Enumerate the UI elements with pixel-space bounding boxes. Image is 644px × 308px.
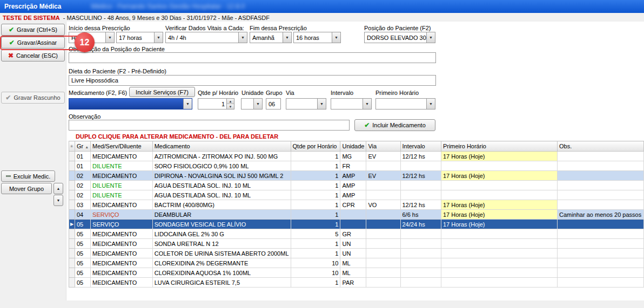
cell-qty[interactable]: 10 xyxy=(291,258,340,268)
move-up-button[interactable]: ▲ xyxy=(53,183,63,194)
column-header-qty[interactable]: Qtde por Horário xyxy=(291,141,340,152)
cell-unit[interactable] xyxy=(340,210,366,220)
cell-qty[interactable]: 1 xyxy=(291,190,340,200)
cell-via[interactable]: EV xyxy=(366,152,400,161)
cell-via[interactable] xyxy=(366,220,400,229)
save-draft-button[interactable]: ✔ Gravar Rascunho xyxy=(1,92,65,104)
cell-type[interactable]: DILUENTE xyxy=(91,181,153,190)
cell-unit[interactable]: FR xyxy=(340,161,366,171)
stepper-up-icon[interactable]: ▲ xyxy=(227,99,234,104)
include-medication-button[interactable]: ✔ Incluir Medicamento xyxy=(354,119,435,131)
cell-group[interactable]: 03 xyxy=(75,200,90,210)
table-row[interactable]: 05MEDICAMENTOCLOREXIDINA AQUOSA 1% 100ML… xyxy=(69,268,644,278)
cell-medication[interactable]: CLOREXIDINA 2% DEGERMANTE xyxy=(152,258,291,268)
cell-medication[interactable]: DIPIRONA - NOVALGINA SOL INJ 500 MG/ML 2 xyxy=(152,171,291,181)
cell-group[interactable]: 05 xyxy=(75,239,90,249)
chevron-down-icon[interactable]: ▼ xyxy=(426,32,435,43)
table-row[interactable]: 01MEDICAMENTOAZITROMICINA - ZITROMAX PO … xyxy=(69,152,644,161)
stepper-down-icon[interactable]: ▼ xyxy=(227,104,234,109)
cell-obs[interactable] xyxy=(557,161,643,171)
cell-unit[interactable]: ML xyxy=(340,258,366,268)
cell-unit[interactable] xyxy=(340,220,366,229)
cell-qty[interactable]: 1 xyxy=(291,161,340,171)
cell-first-time[interactable] xyxy=(441,258,557,268)
cell-interval[interactable] xyxy=(400,278,441,288)
group-input[interactable]: 06 xyxy=(266,98,281,109)
table-row[interactable]: 05MEDICAMENTOCLOREXIDINA 2% DEGERMANTE10… xyxy=(69,258,644,268)
chevron-down-icon[interactable]: ▼ xyxy=(238,32,247,43)
cell-type[interactable]: MEDICAMENTO xyxy=(91,171,153,181)
cell-interval[interactable]: 12/12 hs xyxy=(400,152,441,161)
cell-via[interactable] xyxy=(366,249,400,258)
cell-interval[interactable]: 12/12 hs xyxy=(400,200,441,210)
cell-type[interactable]: MEDICAMENTO xyxy=(91,229,153,239)
cell-group[interactable]: 02 xyxy=(75,190,90,200)
end-day-select[interactable]: Amanhã ▼ xyxy=(250,32,292,43)
cell-medication[interactable]: CLOREXIDINA AQUOSA 1% 100ML xyxy=(152,268,291,278)
chevron-down-icon[interactable]: ▼ xyxy=(317,99,326,109)
cell-type[interactable]: SERVIÇO xyxy=(91,210,153,220)
position-observation-input[interactable] xyxy=(69,52,436,63)
move-down-button[interactable]: ▼ xyxy=(53,195,63,206)
chevron-down-icon[interactable]: ▼ xyxy=(154,32,163,43)
cell-medication[interactable]: SONDAGEM VESICAL DE ALÍVIO xyxy=(152,220,291,229)
cell-first-time[interactable] xyxy=(441,239,557,249)
via-select[interactable]: ▼ xyxy=(286,98,326,109)
cell-first-time[interactable]: 17 Horas (Hoje) xyxy=(441,171,557,181)
column-header-obs[interactable]: Obs. xyxy=(557,141,643,152)
chevron-down-icon[interactable]: ▼ xyxy=(283,32,291,43)
cell-obs[interactable] xyxy=(557,190,643,200)
cell-interval[interactable]: 12/12 hs xyxy=(400,171,441,181)
cell-first-time[interactable] xyxy=(441,268,557,278)
first-time-select[interactable]: ▼ xyxy=(375,98,435,109)
cell-type[interactable]: DILUENTE xyxy=(91,161,153,171)
cell-type[interactable]: MEDICAMENTO xyxy=(91,200,153,210)
cell-interval[interactable]: 24/24 hs xyxy=(400,220,441,229)
cell-group[interactable]: 05 xyxy=(75,220,90,229)
cell-medication[interactable]: LIDOCAINA GEL 2% 30 G xyxy=(152,229,291,239)
cell-via[interactable] xyxy=(366,210,400,220)
cell-via[interactable]: EV xyxy=(366,171,400,181)
cell-type[interactable]: MEDICAMENTO xyxy=(91,249,153,258)
table-row[interactable]: 05MEDICAMENTOLUVA CIRURGICA ESTERIL 7,51… xyxy=(69,278,644,288)
cell-unit[interactable]: AMP xyxy=(340,190,366,200)
unit-select[interactable]: ▼ xyxy=(241,98,263,109)
patient-position-select[interactable]: DORSO ELEVADO 30 G ▼ xyxy=(364,32,435,43)
column-header-interval[interactable]: Intervalo xyxy=(400,141,441,152)
cell-unit[interactable]: MG xyxy=(340,152,366,161)
quantity-stepper[interactable]: 1 ▲ ▼ xyxy=(198,98,234,109)
cell-type[interactable]: DILUENTE xyxy=(91,190,153,200)
cell-medication[interactable]: SONDA URETRAL N 12 xyxy=(152,239,291,249)
cell-interval[interactable] xyxy=(400,239,441,249)
cell-first-time[interactable]: 17 Horas (Hoje) xyxy=(441,220,557,229)
interval-select[interactable]: ▼ xyxy=(331,98,372,109)
cell-group[interactable]: 05 xyxy=(75,278,90,288)
cell-medication[interactable]: COLETOR DE URINA SISTEMA ABERTO 2000ML xyxy=(152,249,291,258)
cell-obs[interactable] xyxy=(557,200,643,210)
cell-type[interactable]: SERVIÇO xyxy=(91,220,153,229)
cell-type[interactable]: MEDICAMENTO xyxy=(91,278,153,288)
chevron-down-icon[interactable]: ▼ xyxy=(426,99,435,109)
move-group-button[interactable]: Mover Grupo xyxy=(1,183,52,194)
chevron-down-icon[interactable]: ▼ xyxy=(332,32,340,43)
cell-via[interactable] xyxy=(366,278,400,288)
cell-group[interactable]: 05 xyxy=(75,258,90,268)
cell-interval[interactable] xyxy=(400,229,441,239)
cell-via[interactable] xyxy=(366,190,400,200)
cell-first-time[interactable]: 17 Horas (Hoje) xyxy=(441,152,557,161)
cell-qty[interactable]: 1 xyxy=(291,181,340,190)
cell-group[interactable]: 05 xyxy=(75,229,90,239)
save-button[interactable]: ✔ Gravar (Ctrl+S) xyxy=(1,24,65,36)
chevron-down-icon[interactable]: ▼ xyxy=(363,99,371,109)
cell-obs[interactable] xyxy=(557,229,643,239)
chevron-down-icon[interactable]: ▼ xyxy=(253,99,262,109)
chevron-down-icon[interactable]: ▼ xyxy=(105,32,114,43)
cell-via[interactable] xyxy=(366,268,400,278)
cell-type[interactable]: MEDICAMENTO xyxy=(91,152,153,161)
column-header-type[interactable]: Med/Serv/Diluente xyxy=(91,141,153,152)
cell-qty[interactable]: 1 xyxy=(291,239,340,249)
cell-first-time[interactable] xyxy=(441,249,557,258)
cell-group[interactable]: 05 xyxy=(75,249,90,258)
delete-medication-button[interactable]: Excluir Medic. xyxy=(1,170,55,182)
table-row[interactable]: 05MEDICAMENTOLIDOCAINA GEL 2% 30 G5GR xyxy=(69,229,644,239)
